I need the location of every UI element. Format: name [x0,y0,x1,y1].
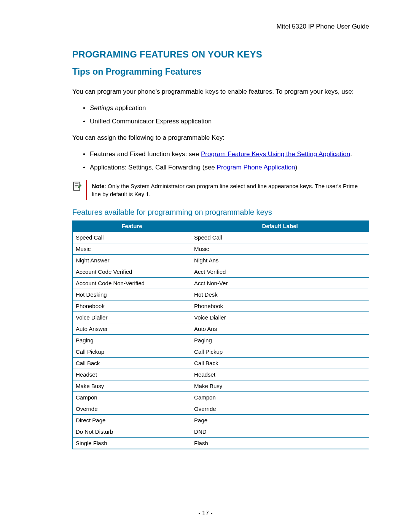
table-header-feature: Feature [73,220,191,232]
cell-label: Headset [191,369,369,380]
cell-label: Override [191,403,369,414]
cell-feature: Single Flash [73,437,191,449]
table-row: Hot DeskingHot Desk [73,289,369,300]
cell-label: Flash [191,437,369,449]
table-row: Single FlashFlash [73,437,369,449]
cell-feature: Account Code Verified [73,266,191,277]
table-row: PhonebookPhonebook [73,300,369,312]
list-item-text: Applications: Settings, Call Forwarding … [90,164,217,171]
cell-feature: Account Code Non-Verified [73,277,191,289]
list-item: Settings application [83,102,369,115]
subsection-heading: Tips on Programming Features [72,67,369,77]
table-row: Do Not DisturbDND [73,426,369,437]
cell-label: Music [191,243,369,254]
table-row: Voice DiallerVoice Dialler [73,312,369,323]
cell-feature: Phonebook [73,300,191,312]
cell-label: Page [191,414,369,426]
cell-label: Night Ans [191,254,369,266]
table-row: CamponCampon [73,391,369,403]
table-row: OverrideOverride [73,403,369,414]
link-program-phone-application[interactable]: Program Phone Application [217,164,295,171]
table-row: Direct PagePage [73,414,369,426]
link-program-feature-keys[interactable]: Program Feature Keys Using the Setting A… [201,150,350,158]
list-item-text: application [113,104,146,112]
table-header-label: Default Label [191,220,369,232]
note-callout: Note: Only the System Administrator can … [72,180,369,200]
document-page: Mitel 5320 IP Phone User Guide PROGRAMIN… [0,0,411,532]
section-heading: PROGRAMING FEATURES ON YOUR KEYS [72,49,369,60]
cell-label: Acct Non-Ver [191,277,369,289]
cell-feature: Auto Answer [73,323,191,334]
cell-feature: Voice Dialler [73,312,191,323]
bullet-list: Settings application Unified Communicato… [72,102,369,128]
cell-feature: Speed Call [73,232,191,243]
list-item-text: ) [295,164,298,171]
doc-title: Mitel 5320 IP Phone User Guide [277,23,370,30]
assign-paragraph: You can assign the following to a progra… [72,134,369,142]
list-item: Applications: Settings, Call Forwarding … [83,161,369,174]
cell-feature: Call Back [73,357,191,369]
page-header: Mitel 5320 IP Phone User Guide [42,23,369,33]
cell-label: Phonebook [191,300,369,312]
list-item-text: Features and Fixed function keys: see [90,150,201,158]
cell-feature: Direct Page [73,414,191,426]
list-item-text: . [350,150,352,158]
page-content: PROGRAMING FEATURES ON YOUR KEYS Tips on… [42,49,369,449]
cell-label: Speed Call [191,232,369,243]
table-row: HeadsetHeadset [73,369,369,380]
cell-feature: Headset [73,369,191,380]
intro-paragraph: You can program your phone's programmabl… [72,88,369,96]
cell-label: Paging [191,334,369,346]
table-row: Make BusyMake Busy [73,380,369,391]
table-header-row: Feature Default Label [73,220,369,232]
cell-label: Call Pickup [191,346,369,357]
settings-italic: Settings [90,104,113,112]
note-bar [86,180,87,200]
cell-label: Acct Verified [191,266,369,277]
table-row: Speed CallSpeed Call [73,232,369,243]
cell-feature: Do Not Disturb [73,426,191,437]
note-body: : Only the System Administrator can prog… [92,183,358,197]
cell-label: Make Busy [191,380,369,391]
table-row: Account Code Non-VerifiedAcct Non-Ver [73,277,369,289]
list-item: Features and Fixed function keys: see Pr… [83,148,369,161]
note-label: Note [92,183,104,189]
cell-feature: Campon [73,391,191,403]
table-row: PagingPaging [73,334,369,346]
cell-feature: Override [73,403,191,414]
table-row: MusicMusic [73,243,369,254]
table-title: Features available for programming on pr… [72,208,369,217]
cell-feature: Make Busy [73,380,191,391]
table-row: Call PickupCall Pickup [73,346,369,357]
cell-feature: Night Answer [73,254,191,266]
cell-feature: Music [73,243,191,254]
cell-feature: Hot Desking [73,289,191,300]
note-icon [72,181,82,191]
table-row: Account Code VerifiedAcct Verified [73,266,369,277]
cell-feature: Call Pickup [73,346,191,357]
cell-label: Campon [191,391,369,403]
note-text: Note: Only the System Administrator can … [92,180,369,200]
cell-label: Auto Ans [191,323,369,334]
table-row: Call BackCall Back [73,357,369,369]
page-number: - 17 - [0,510,411,517]
features-table: Feature Default Label Speed CallSpeed Ca… [72,220,369,449]
table-row: Night AnswerNight Ans [73,254,369,266]
bullet-list: Features and Fixed function keys: see Pr… [72,148,369,174]
table-row: Auto AnswerAuto Ans [73,323,369,334]
cell-label: DND [191,426,369,437]
cell-label: Call Back [191,357,369,369]
cell-label: Hot Desk [191,289,369,300]
cell-label: Voice Dialler [191,312,369,323]
cell-feature: Paging [73,334,191,346]
list-item: Unified Communicator Express application [83,115,369,128]
